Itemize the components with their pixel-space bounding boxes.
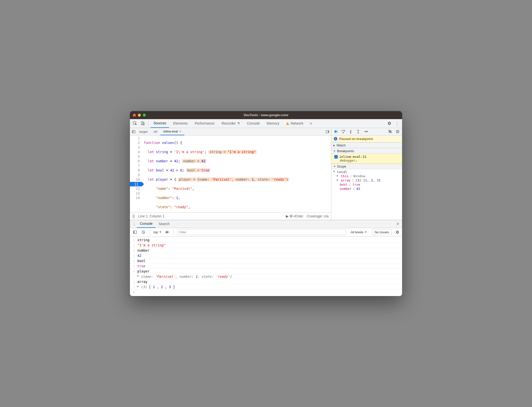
- file-tab-target[interactable]: target: [136, 128, 151, 135]
- drawer-tab-strip: ⋮ Console Search ×: [130, 220, 402, 228]
- run-snippet-button[interactable]: ▶ ⌘+Enter: [286, 214, 304, 218]
- device-toolbar-icon[interactable]: [139, 120, 146, 127]
- console-settings-icon[interactable]: [394, 229, 400, 235]
- file-tab-strip: target ref inline-eval×: [130, 128, 331, 136]
- line-gutter[interactable]: 1234 5678 91011 121314: [130, 136, 142, 212]
- console-input-row: ›array: [130, 279, 402, 284]
- file-tab-ref[interactable]: ref: [151, 128, 160, 135]
- drawer-close-icon[interactable]: ×: [395, 221, 401, 227]
- inspect-element-icon[interactable]: [131, 120, 138, 127]
- file-tab-inline-eval[interactable]: inline-eval×: [160, 128, 184, 135]
- step-out-button[interactable]: [355, 129, 361, 135]
- separator: [148, 121, 149, 126]
- tab-network[interactable]: Network: [283, 119, 306, 128]
- console-filter-input[interactable]: Filter: [177, 229, 346, 235]
- svg-rect-11: [397, 131, 398, 132]
- console-input-row: ›player: [130, 269, 402, 274]
- debugger-toolbar: [331, 128, 402, 136]
- console-sidebar-icon[interactable]: [132, 229, 138, 235]
- kebab-menu-icon[interactable]: ⋮: [394, 120, 401, 127]
- more-tabs-icon[interactable]: »: [307, 120, 314, 127]
- traffic-lights: [133, 114, 146, 117]
- editor-statusbar: {} Line 1, Column 1 ▶ ⌘+Enter Coverage: …: [130, 212, 331, 220]
- source-editor[interactable]: 1234 5678 91011 121314 function values()…: [130, 136, 331, 212]
- inline-hint: number = 42: [182, 159, 206, 163]
- svg-rect-12: [398, 131, 398, 132]
- console-output-row: ›42: [130, 253, 402, 258]
- tab-elements[interactable]: Elements: [170, 119, 190, 128]
- console-prompt[interactable]: ›: [130, 290, 402, 295]
- coverage-label: Coverage: n/a: [307, 214, 329, 218]
- log-levels-selector[interactable]: All levels ▼: [348, 229, 369, 235]
- console-output-row: ›true: [130, 264, 402, 269]
- svg-point-6: [343, 132, 344, 133]
- breakpoint-marker[interactable]: 11: [130, 182, 142, 187]
- deactivate-breakpoints-button[interactable]: [387, 129, 393, 135]
- watch-section-header[interactable]: ▶Watch: [331, 142, 402, 148]
- inline-hint: player = {name: 'Parzival', number: 1, s…: [178, 177, 289, 181]
- drawer: ⋮ Console Search × top ▼ Filter All leve…: [130, 220, 402, 296]
- settings-gear-icon[interactable]: [386, 120, 393, 127]
- paused-banner: i Paused on breakpoint: [331, 136, 402, 142]
- pretty-print-icon[interactable]: {}: [132, 214, 135, 218]
- navigator-toggle-icon[interactable]: [131, 129, 136, 134]
- svg-point-10: [396, 130, 399, 133]
- debugger-toggle-icon[interactable]: [325, 129, 330, 134]
- close-tab-icon[interactable]: ×: [179, 130, 181, 133]
- console-body[interactable]: ›string ›"I'm a string" ›number ›42 ›boo…: [130, 237, 402, 296]
- drawer-tab-console[interactable]: Console: [137, 220, 155, 228]
- console-toolbar: top ▼ Filter All levels ▼ No Issues: [130, 228, 402, 237]
- scope-number[interactable]: number: 42: [333, 187, 402, 191]
- console-input-row: ›string: [130, 237, 402, 243]
- breakpoint-item[interactable]: ✓inline-eval:11 debugger;: [331, 154, 402, 164]
- window-title: DevTools - www.google.com/: [130, 113, 402, 117]
- window-zoom-button[interactable]: [143, 114, 146, 117]
- warning-icon: [286, 122, 289, 125]
- scope-section-header[interactable]: ▼Scope: [331, 164, 402, 169]
- drawer-menu-icon[interactable]: ⋮: [131, 222, 137, 226]
- tab-memory[interactable]: Memory: [264, 119, 282, 128]
- window-close-button[interactable]: [133, 114, 136, 117]
- inline-hint: bool = true: [186, 168, 210, 172]
- svg-rect-5: [337, 130, 338, 133]
- pause-on-exceptions-button[interactable]: [395, 129, 401, 135]
- svg-point-9: [367, 131, 368, 132]
- cursor-position: Line 1, Column 1: [138, 214, 164, 218]
- step-over-button[interactable]: [340, 129, 346, 135]
- scope-this[interactable]: ▶this: Window: [333, 174, 402, 178]
- svg-point-8: [358, 133, 359, 133]
- inline-hint: string = "I'm a string": [208, 150, 257, 154]
- tab-sources[interactable]: Sources: [151, 119, 169, 128]
- breakpoints-section-header[interactable]: ▼Breakpoints: [331, 148, 402, 154]
- resume-button[interactable]: [333, 129, 339, 135]
- info-icon: i: [334, 137, 337, 140]
- clear-console-icon[interactable]: [140, 229, 146, 235]
- step-button[interactable]: [363, 129, 369, 135]
- console-input-row: ›bool: [130, 258, 402, 264]
- breakpoint-checkbox[interactable]: ✓: [334, 155, 338, 159]
- svg-point-15: [166, 231, 168, 233]
- console-output-row: ›▶ (3) [1, 2, 3]: [130, 284, 402, 290]
- drawer-tab-search[interactable]: Search: [155, 220, 172, 228]
- console-output-row: ›▶ {name: 'Parzival', number: 1, state: …: [130, 274, 402, 279]
- flask-icon: ⚗: [237, 122, 240, 125]
- issues-button[interactable]: No Issues: [372, 229, 392, 235]
- tab-recorder[interactable]: Recorder⚗: [219, 119, 243, 128]
- window-minimize-button[interactable]: [138, 114, 141, 117]
- scope-bool[interactable]: bool: true: [333, 182, 402, 187]
- console-input-row: ›number: [130, 248, 402, 253]
- scope-body: ▼Local ▶this: Window ▶array: (3) [1, 2, …: [331, 169, 402, 192]
- main-tab-strip: Sources Elements Performance Recorder⚗ C…: [130, 119, 402, 128]
- tab-performance[interactable]: Performance: [192, 119, 218, 128]
- scope-local[interactable]: ▼Local: [333, 170, 402, 174]
- tab-console[interactable]: Console: [244, 119, 263, 128]
- svg-point-7: [350, 133, 351, 133]
- context-selector[interactable]: top ▼: [153, 229, 161, 235]
- live-expression-icon[interactable]: [164, 229, 170, 235]
- scope-array[interactable]: ▶array: (3) [1, 2, 3]: [333, 178, 402, 182]
- step-into-button[interactable]: [348, 129, 354, 135]
- code-body[interactable]: function values() { let string = 'I\'m a…: [142, 136, 331, 212]
- titlebar: DevTools - www.google.com/: [130, 111, 402, 119]
- console-output-row: ›"I'm a string": [130, 243, 402, 248]
- debugger-sidebar: i Paused on breakpoint ▶Watch ▼Breakpoin…: [331, 128, 402, 220]
